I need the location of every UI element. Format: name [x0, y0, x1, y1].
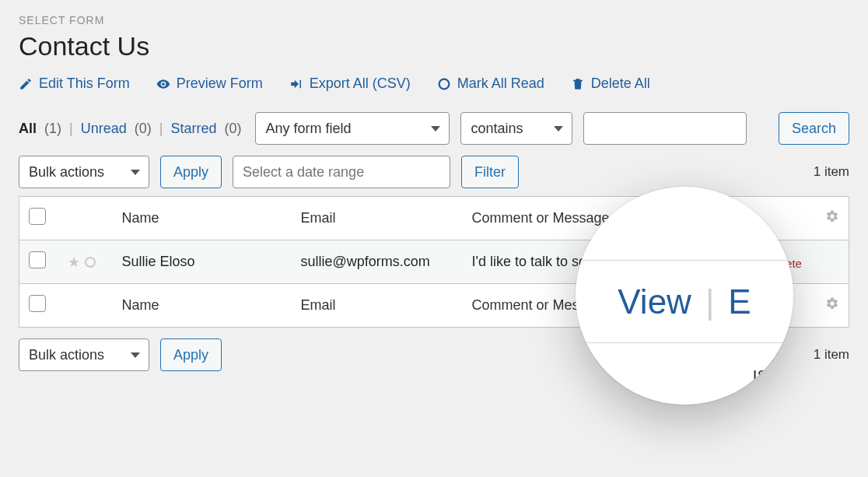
- filter-starred-count: (0): [224, 121, 241, 137]
- mark-all-read-label: Mark All Read: [457, 75, 544, 92]
- preview-form-label: Preview Form: [177, 75, 263, 92]
- mark-all-read-link[interactable]: Mark All Read: [437, 75, 544, 92]
- select-all-checkbox-footer[interactable]: [29, 295, 46, 312]
- cell-email: sullie@wpforms.com: [292, 240, 463, 284]
- separator: |: [705, 282, 714, 321]
- eye-icon: [156, 77, 170, 91]
- filter-unread-count: (0): [135, 121, 152, 137]
- star-icon[interactable]: ★: [68, 254, 80, 271]
- search-button[interactable]: Search: [779, 112, 849, 145]
- read-indicator-icon[interactable]: [85, 257, 96, 268]
- gear-icon[interactable]: [825, 296, 839, 310]
- delete-all-link[interactable]: Delete All: [571, 75, 650, 92]
- page-title: Contact Us: [19, 31, 849, 61]
- date-range-input[interactable]: [233, 156, 450, 188]
- search-input[interactable]: [583, 112, 747, 145]
- select-all-checkbox[interactable]: [29, 208, 46, 225]
- select-form-label: SELECT FORM: [19, 14, 849, 26]
- export-all-label: Export All (CSV): [310, 75, 411, 92]
- apply-button-bottom[interactable]: Apply: [160, 338, 222, 371]
- filter-all[interactable]: All: [19, 121, 37, 137]
- separator: |: [69, 121, 73, 137]
- export-all-link[interactable]: Export All (CSV): [289, 75, 411, 92]
- magnified-actions-fragment: ıs: [752, 363, 767, 385]
- filter-button[interactable]: Filter: [461, 156, 519, 188]
- apply-button-top[interactable]: Apply: [160, 156, 222, 188]
- form-actions-toolbar: Edit This Form Preview Form Export All (…: [19, 75, 849, 92]
- gear-icon[interactable]: [825, 209, 839, 223]
- edit-form-link[interactable]: Edit This Form: [19, 75, 130, 92]
- column-email[interactable]: Email: [292, 197, 463, 240]
- condition-select[interactable]: contains: [460, 112, 572, 145]
- filter-all-count: (1): [44, 121, 61, 137]
- bulk-actions-select[interactable]: Bulk actions: [19, 156, 149, 188]
- item-count-top: 1 item: [814, 164, 849, 180]
- column-name[interactable]: Name: [113, 197, 292, 240]
- pencil-icon: [19, 77, 33, 91]
- delete-all-label: Delete All: [591, 75, 650, 92]
- column-email-footer[interactable]: Email: [292, 284, 463, 328]
- filters-row: All (1) | Unread (0) | Starred (0) Any f…: [19, 112, 849, 145]
- edit-form-label: Edit This Form: [39, 75, 130, 92]
- cell-name: Sullie Eloso: [113, 240, 292, 284]
- field-select[interactable]: Any form field: [255, 112, 450, 145]
- trash-icon: [571, 77, 585, 91]
- magnifier-overlay: View | E ıs: [576, 187, 793, 402]
- circle-icon: [437, 77, 451, 91]
- filter-starred[interactable]: Starred: [170, 121, 216, 137]
- magnified-view-link[interactable]: View: [618, 282, 691, 321]
- export-icon: [289, 77, 303, 91]
- row-checkbox[interactable]: [29, 251, 46, 268]
- magnified-edit-link-fragment[interactable]: E: [728, 282, 751, 321]
- status-filters: All (1) | Unread (0) | Starred (0): [19, 121, 241, 137]
- item-count-bottom: 1 item: [814, 347, 849, 363]
- preview-form-link[interactable]: Preview Form: [156, 75, 263, 92]
- bulk-actions-top: Bulk actions Apply Filter 1 item: [19, 156, 849, 188]
- filter-unread[interactable]: Unread: [81, 121, 127, 137]
- bulk-actions-select-bottom[interactable]: Bulk actions: [19, 338, 149, 371]
- separator: |: [159, 121, 163, 137]
- column-name-footer[interactable]: Name: [113, 284, 292, 328]
